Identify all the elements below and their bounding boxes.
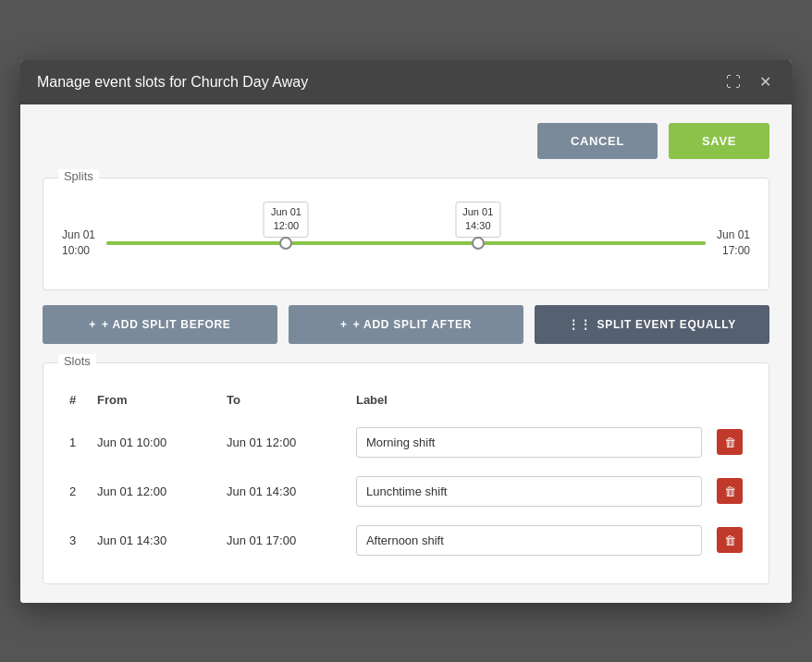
split-equally-button[interactable]: ⋮⋮ SPLIT EVENT EQUALLY xyxy=(535,305,769,344)
col-header-num: # xyxy=(62,386,90,418)
plus-icon-before: + xyxy=(89,318,96,331)
slot-delete-button[interactable]: 🗑 xyxy=(717,527,743,553)
slider-tooltip-1: Jun 01 12:00 xyxy=(264,202,309,238)
slot-label-input[interactable] xyxy=(356,525,702,556)
slider-fill xyxy=(106,241,706,245)
slider-end-label: Jun 01 17:00 xyxy=(717,227,750,259)
slot-label-cell xyxy=(349,418,709,467)
slots-table: # From To Label 1 Jun 01 10:00 Jun 01 12… xyxy=(62,386,750,565)
save-button[interactable]: SAVE xyxy=(669,123,769,159)
header-icons: ⛶ ✕ xyxy=(722,73,775,92)
slot-label-input[interactable] xyxy=(356,427,702,458)
slots-section-label: Slots xyxy=(58,354,96,368)
slot-delete-cell: 🗑 xyxy=(709,418,750,467)
slot-delete-cell: 🗑 xyxy=(709,467,750,516)
modal-body: CANCEL SAVE Splits Jun 01 10:00 Jun 01 1… xyxy=(20,104,792,603)
close-icon[interactable]: ✕ xyxy=(756,73,775,92)
slot-num: 2 xyxy=(62,467,90,516)
slot-delete-cell: 🗑 xyxy=(709,516,750,565)
slider-track xyxy=(106,241,706,245)
expand-icon[interactable]: ⛶ xyxy=(722,73,744,92)
slot-delete-button[interactable]: 🗑 xyxy=(717,478,743,504)
slot-label-input[interactable] xyxy=(356,476,702,507)
table-row: 3 Jun 01 14:30 Jun 01 17:00 🗑 xyxy=(62,516,750,565)
col-header-to: To xyxy=(219,386,349,418)
col-header-del xyxy=(709,386,750,418)
slider-thumb-1[interactable] xyxy=(279,237,292,250)
slot-to: Jun 01 17:00 xyxy=(219,516,349,565)
slot-label-cell xyxy=(349,467,709,516)
slot-to: Jun 01 12:00 xyxy=(219,418,349,467)
slots-table-body: 1 Jun 01 10:00 Jun 01 12:00 🗑 2 Jun 01 1… xyxy=(62,418,750,565)
slot-num: 3 xyxy=(62,516,90,565)
col-header-from: From xyxy=(90,386,219,418)
table-row: 2 Jun 01 12:00 Jun 01 14:30 🗑 xyxy=(62,467,750,516)
cancel-button[interactable]: CANCEL xyxy=(537,123,658,159)
grid-icon: ⋮⋮ xyxy=(568,318,591,331)
splits-section-label: Splits xyxy=(58,169,99,183)
slot-from: Jun 01 14:30 xyxy=(90,516,219,565)
slot-to: Jun 01 14:30 xyxy=(219,467,349,516)
col-header-label: Label xyxy=(349,386,709,418)
slot-from: Jun 01 12:00 xyxy=(90,467,219,516)
slot-delete-button[interactable]: 🗑 xyxy=(717,429,743,455)
slider-thumb-2[interactable] xyxy=(472,237,485,250)
slots-section: Slots # From To Label 1 Jun 01 10:00 Jun… xyxy=(43,362,769,584)
slider-container: Jun 01 10:00 Jun 01 12:00 Jun 01 14:30 xyxy=(62,215,750,271)
plus-icon-after: + xyxy=(340,318,348,331)
modal-title: Manage event slots for Church Day Away xyxy=(37,74,308,91)
modal-header: Manage event slots for Church Day Away ⛶… xyxy=(20,60,792,104)
header-actions: CANCEL SAVE xyxy=(43,123,769,159)
modal-container: Manage event slots for Church Day Away ⛶… xyxy=(20,60,792,603)
add-split-after-button[interactable]: + + ADD SPLIT AFTER xyxy=(289,305,523,344)
slot-label-cell xyxy=(349,516,709,565)
slot-num: 1 xyxy=(62,418,90,467)
slots-table-header: # From To Label xyxy=(62,386,750,418)
split-buttons-row: + + ADD SPLIT BEFORE + + ADD SPLIT AFTER… xyxy=(43,305,769,344)
splits-section: Splits Jun 01 10:00 Jun 01 12:00 Ju xyxy=(43,178,769,290)
table-row: 1 Jun 01 10:00 Jun 01 12:00 🗑 xyxy=(62,418,750,467)
slider-start-label: Jun 01 10:00 xyxy=(62,227,95,259)
slider-track-wrapper[interactable]: Jun 01 12:00 Jun 01 14:30 xyxy=(106,215,706,271)
slot-from: Jun 01 10:00 xyxy=(90,418,219,467)
add-split-before-button[interactable]: + + ADD SPLIT BEFORE xyxy=(43,305,277,344)
slider-tooltip-2: Jun 01 14:30 xyxy=(455,202,500,238)
